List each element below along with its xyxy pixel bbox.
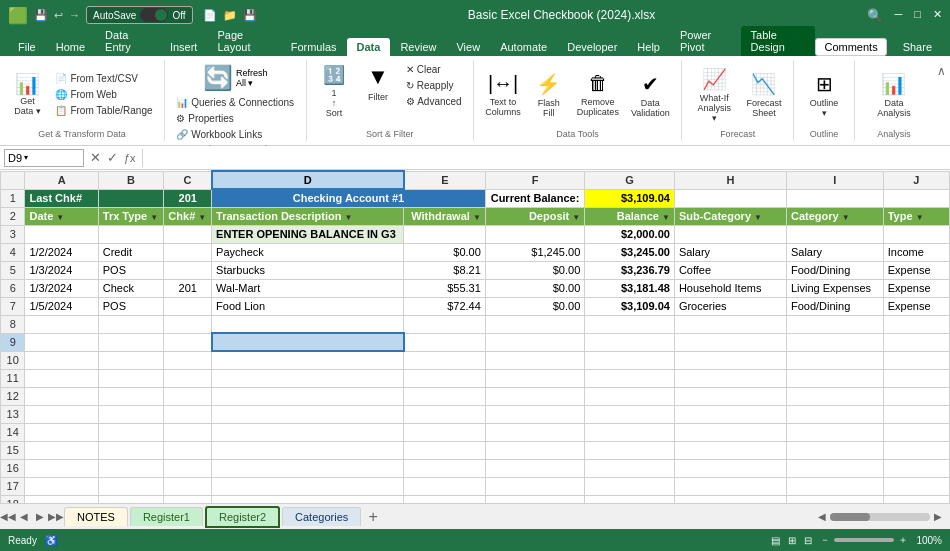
get-data-button[interactable]: 📊 GetData ▾ <box>7 72 47 118</box>
close-btn[interactable]: ✕ <box>933 8 942 23</box>
flash-fill-button[interactable]: ⚡ FlashFill <box>529 70 569 120</box>
cell-d6[interactable]: Wal-Mart <box>212 279 404 297</box>
tab-power-pivot[interactable]: Power Pivot <box>670 26 741 56</box>
formula-input[interactable] <box>142 149 946 167</box>
cell-a7[interactable]: 1/5/2024 <box>25 297 98 315</box>
col-header-i[interactable]: I <box>786 171 883 189</box>
cell-h6[interactable]: Household Items <box>674 279 786 297</box>
sheet-tab-register1[interactable]: Register1 <box>130 507 203 526</box>
cell-g3[interactable]: $2,000.00 <box>585 225 675 243</box>
cell-f2[interactable]: Deposit ▼ <box>485 207 584 225</box>
cell-e3[interactable] <box>404 225 485 243</box>
cell-h1[interactable] <box>674 189 786 207</box>
cell-c4[interactable] <box>164 243 212 261</box>
function-wizard-icon[interactable]: ✕ <box>90 150 101 165</box>
remove-duplicates-button[interactable]: 🗑 RemoveDuplicates <box>573 70 623 119</box>
cell-a4[interactable]: 1/2/2024 <box>25 243 98 261</box>
col-header-f[interactable]: F <box>485 171 584 189</box>
cell-i6[interactable]: Living Expenses <box>786 279 883 297</box>
cell-e6[interactable]: $55.31 <box>404 279 485 297</box>
col-header-e[interactable]: E <box>404 171 485 189</box>
sort-ascending-button[interactable]: 🔢 1↑Sort <box>314 62 354 120</box>
col-header-j[interactable]: J <box>883 171 949 189</box>
cell-a2[interactable]: Date ▼ <box>25 207 98 225</box>
cell-g4[interactable]: $3,245.00 <box>585 243 675 261</box>
view-pagebreak-icon[interactable]: ⊟ <box>804 535 812 546</box>
autosave-badge[interactable]: AutoSave Off <box>86 6 193 24</box>
cell-i1[interactable] <box>786 189 883 207</box>
cell-a6[interactable]: 1/3/2024 <box>25 279 98 297</box>
cell-j6[interactable]: Expense <box>883 279 949 297</box>
sheet-nav-last[interactable]: ▶▶ <box>48 509 64 525</box>
tab-data-entry[interactable]: Data Entry <box>95 26 160 56</box>
cell-j7[interactable]: Expense <box>883 297 949 315</box>
text-to-columns-button[interactable]: |↔| Text toColumns <box>481 70 525 119</box>
cell-i3[interactable] <box>786 225 883 243</box>
tab-page-layout[interactable]: Page Layout <box>207 26 280 56</box>
advanced-button[interactable]: ⚙ Advanced <box>402 94 466 109</box>
comments-button[interactable]: Comments <box>815 38 886 56</box>
cell-h2[interactable]: Sub-Category ▼ <box>674 207 786 225</box>
cell-b6[interactable]: Check <box>98 279 164 297</box>
cell-b3[interactable] <box>98 225 164 243</box>
cell-c6[interactable]: 201 <box>164 279 212 297</box>
restore-btn[interactable]: □ <box>914 8 921 23</box>
col-header-c[interactable]: C <box>164 171 212 189</box>
reapply-button[interactable]: ↻ Reapply <box>402 78 466 93</box>
cell-i5[interactable]: Food/Dining <box>786 261 883 279</box>
cell-i4[interactable]: Salary <box>786 243 883 261</box>
checkmark-icon[interactable]: ✓ <box>107 150 118 165</box>
cell-b4[interactable]: Credit <box>98 243 164 261</box>
filter-button[interactable]: ▼ Filter <box>358 62 398 104</box>
cell-d5[interactable]: Starbucks <box>212 261 404 279</box>
cell-j5[interactable]: Expense <box>883 261 949 279</box>
cell-g2[interactable]: Balance ▼ <box>585 207 675 225</box>
cell-d3[interactable]: ENTER OPENING BALANCE IN G3 <box>212 225 404 243</box>
insert-function-icon[interactable]: ƒx <box>124 152 136 164</box>
sheet-nav-prev[interactable]: ◀ <box>16 509 32 525</box>
cell-h4[interactable]: Salary <box>674 243 786 261</box>
cell-g1[interactable]: $3,109.04 <box>585 189 675 207</box>
minimize-btn[interactable]: ─ <box>895 8 903 23</box>
col-header-b[interactable]: B <box>98 171 164 189</box>
cell-e7[interactable]: $72.44 <box>404 297 485 315</box>
cell-h7[interactable]: Groceries <box>674 297 786 315</box>
cell-c3[interactable] <box>164 225 212 243</box>
cell-a9[interactable] <box>25 333 98 351</box>
queries-connections-button[interactable]: 📊 Queries & Connections <box>172 95 298 110</box>
zoom-slider[interactable] <box>834 538 894 542</box>
sheet-nav-next[interactable]: ▶ <box>32 509 48 525</box>
ribbon-expand[interactable]: ∧ <box>933 60 950 141</box>
zoom-in-btn[interactable]: ＋ <box>898 533 908 547</box>
from-web-button[interactable]: 🌐From Web <box>51 87 156 102</box>
cell-f5[interactable]: $0.00 <box>485 261 584 279</box>
cell-g7[interactable]: $3,109.04 <box>585 297 675 315</box>
cell-h3[interactable] <box>674 225 786 243</box>
tab-table-design[interactable]: Table Design <box>741 26 816 56</box>
cell-b2[interactable]: Trx Type ▼ <box>98 207 164 225</box>
forecast-sheet-button[interactable]: 📉 ForecastSheet <box>743 70 786 120</box>
cell-j2[interactable]: Type ▼ <box>883 207 949 225</box>
cell-f4[interactable]: $1,245.00 <box>485 243 584 261</box>
cell-j3[interactable] <box>883 225 949 243</box>
cell-f7[interactable]: $0.00 <box>485 297 584 315</box>
clear-button[interactable]: ✕ Clear <box>402 62 466 77</box>
from-text-button[interactable]: 📄From Text/CSV <box>51 71 156 86</box>
tab-help[interactable]: Help <box>627 38 670 56</box>
cell-g5[interactable]: $3,236.79 <box>585 261 675 279</box>
add-sheet-button[interactable]: + <box>363 507 383 527</box>
cell-d1[interactable]: Checking Account #1 <box>212 189 486 207</box>
name-box[interactable]: D9 ▾ <box>4 149 84 167</box>
cell-f1[interactable]: Current Balance: <box>485 189 584 207</box>
cell-b7[interactable]: POS <box>98 297 164 315</box>
cell-c1[interactable]: 201 <box>164 189 212 207</box>
cell-j4[interactable]: Income <box>883 243 949 261</box>
col-header-d[interactable]: D <box>212 171 404 189</box>
tab-data[interactable]: Data <box>347 38 391 56</box>
cell-d9[interactable] <box>212 333 404 351</box>
cell-f3[interactable] <box>485 225 584 243</box>
refresh-all-button[interactable]: 🔄 Refresh All ▾ <box>172 62 298 94</box>
cell-b1[interactable] <box>98 189 164 207</box>
tab-file[interactable]: File <box>8 38 46 56</box>
cell-i7[interactable]: Food/Dining <box>786 297 883 315</box>
